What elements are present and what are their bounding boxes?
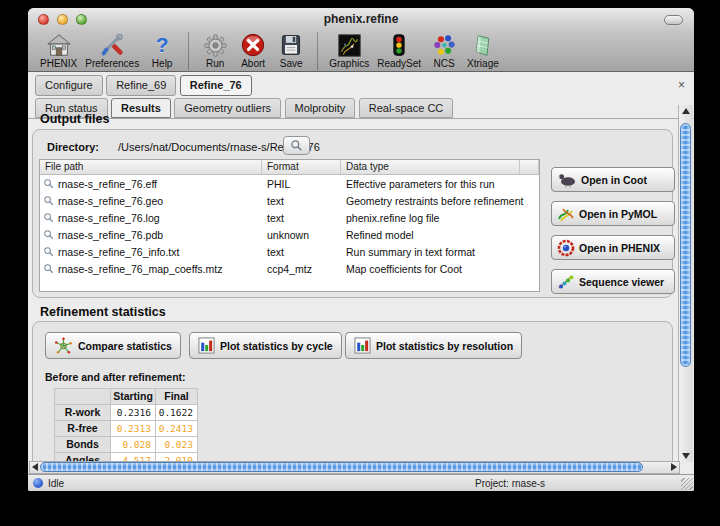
table-row[interactable]: rnase-s_refine_76.log text phenix.refine… bbox=[40, 209, 539, 226]
refinement-statistics-panel: Compare statistics Plot statistics by cy… bbox=[32, 321, 673, 481]
bar-chart-icon bbox=[354, 337, 371, 354]
title-bar[interactable]: phenix.refine bbox=[28, 8, 694, 31]
toolbar-button-xtriage[interactable]: Xtriage bbox=[467, 32, 499, 69]
magnifier-icon bbox=[43, 212, 54, 223]
toolbar-button-readyset[interactable]: ReadySet bbox=[377, 32, 421, 69]
column-header-data-type[interactable]: Data type bbox=[341, 160, 520, 174]
xtriage-crystal-icon bbox=[468, 32, 498, 58]
vertical-scrollbar[interactable] bbox=[678, 105, 693, 462]
minimize-window-button[interactable] bbox=[57, 14, 68, 25]
magnifier-icon bbox=[43, 229, 54, 240]
file-path: rnase-s_refine_76.pdb bbox=[58, 229, 163, 241]
toolbar-toggle-button[interactable] bbox=[664, 15, 683, 25]
toolbar-label: NCS bbox=[434, 58, 455, 69]
open-in-phenix-button[interactable]: Open in PHENIX bbox=[551, 235, 675, 260]
table-row[interactable]: rnase-s_refine_76_info.txt text Run summ… bbox=[40, 243, 539, 260]
button-label: Plot statistics by resolution bbox=[376, 340, 513, 352]
magnifier-icon bbox=[43, 246, 54, 257]
browse-directory-button[interactable] bbox=[283, 136, 310, 155]
stats-header-final: Final bbox=[156, 389, 198, 405]
toolbar-button-phenix[interactable]: PHENIX bbox=[40, 32, 77, 69]
vertical-scrollbar-thumb[interactable] bbox=[680, 123, 691, 367]
toolbar-separator bbox=[188, 32, 189, 70]
toolbar-label: Help bbox=[152, 58, 173, 69]
column-header-format[interactable]: Format bbox=[262, 160, 341, 174]
subtab-results[interactable]: Results bbox=[111, 98, 171, 118]
resize-grip[interactable] bbox=[681, 478, 693, 490]
tools-icon bbox=[97, 32, 127, 58]
stats-row-label: Bonds bbox=[55, 437, 111, 453]
file-path: rnase-s_refine_76_info.txt bbox=[58, 246, 179, 258]
file-format: ccp4_mtz bbox=[262, 263, 341, 275]
sequence-chain-icon bbox=[557, 274, 575, 290]
gear-icon bbox=[200, 32, 230, 58]
table-row[interactable]: rnase-s_refine_76.pdb unknown Refined mo… bbox=[40, 226, 539, 243]
sequence-viewer-button[interactable]: Sequence viewer bbox=[551, 269, 675, 294]
scroll-left-arrow-icon[interactable] bbox=[32, 463, 38, 471]
scroll-down-arrow-icon[interactable] bbox=[682, 453, 690, 459]
zoom-window-button[interactable] bbox=[76, 14, 87, 25]
open-in-coot-button[interactable]: Open in Coot bbox=[551, 167, 675, 192]
traffic-light-icon bbox=[384, 32, 414, 58]
project-label: Project: rnase-s bbox=[475, 478, 545, 489]
scroll-right-arrow-icon[interactable] bbox=[671, 463, 677, 471]
app-window: phenix.refine PHENIX Preferences ? Help … bbox=[28, 8, 694, 491]
subtab-bar: Run status Results Geometry outliers Mol… bbox=[28, 98, 694, 119]
toolbar-button-graphics[interactable]: Graphics bbox=[329, 32, 369, 69]
before-after-label: Before and after refinement: bbox=[45, 371, 186, 383]
stats-value-starting: 0.028 bbox=[111, 437, 156, 453]
stats-value-final: 0.2413 bbox=[156, 421, 198, 437]
file-data-type: Run summary in text format bbox=[341, 246, 539, 258]
compare-statistics-button[interactable]: Compare statistics bbox=[45, 332, 181, 359]
toolbar-label: Save bbox=[280, 58, 303, 69]
graphics-icon bbox=[334, 32, 364, 58]
toolbar-label: Preferences bbox=[85, 58, 139, 69]
column-header-blank bbox=[520, 160, 539, 174]
button-label: Plot statistics by cycle bbox=[220, 340, 333, 352]
column-header-file-path[interactable]: File path bbox=[40, 160, 262, 174]
coot-bird-icon bbox=[557, 172, 577, 188]
table-row[interactable]: rnase-s_refine_76_map_coeffs.mtz ccp4_mt… bbox=[40, 260, 539, 277]
close-tab-icon[interactable]: × bbox=[678, 79, 685, 91]
close-window-button[interactable] bbox=[38, 14, 49, 25]
toolbar-label: ReadySet bbox=[377, 58, 421, 69]
tab-refine-76[interactable]: Refine_76 bbox=[180, 75, 252, 96]
stats-header-blank bbox=[55, 389, 111, 405]
file-data-type: phenix.refine log file bbox=[341, 212, 539, 224]
subtab-real-space-cc[interactable]: Real-space CC bbox=[359, 98, 454, 118]
subtab-geometry-outliers[interactable]: Geometry outliers bbox=[174, 98, 281, 118]
file-data-type: Effective parameters for this run bbox=[341, 178, 539, 190]
toolbar-button-ncs[interactable]: NCS bbox=[429, 32, 459, 69]
toolbar-button-save[interactable]: Save bbox=[276, 32, 306, 69]
toolbar-button-abort[interactable]: Abort bbox=[238, 32, 268, 69]
bar-chart-icon bbox=[198, 337, 215, 354]
subtab-molprobity[interactable]: Molprobity bbox=[285, 98, 356, 118]
table-row[interactable]: rnase-s_refine_76.geo text Geometry rest… bbox=[40, 192, 539, 209]
tab-configure[interactable]: Configure bbox=[35, 75, 103, 96]
home-icon bbox=[44, 32, 74, 58]
ncs-spheres-icon bbox=[429, 32, 459, 58]
status-text: Idle bbox=[48, 478, 64, 489]
open-in-pymol-button[interactable]: Open in PyMOL bbox=[551, 201, 675, 226]
horizontal-scrollbar-thumb[interactable] bbox=[40, 462, 643, 472]
molecule-network-icon bbox=[54, 337, 73, 355]
table-row[interactable]: rnase-s_refine_76.eff PHIL Effective par… bbox=[40, 175, 539, 192]
toolbar-button-run[interactable]: Run bbox=[200, 32, 230, 69]
toolbar: PHENIX Preferences ? Help Run Abort bbox=[28, 31, 694, 72]
tab-refine-69[interactable]: Refine_69 bbox=[106, 75, 176, 96]
stats-row-label: R-free bbox=[55, 421, 111, 437]
file-data-type: Geometry restraints before refinement bbox=[341, 195, 539, 207]
scroll-up-arrow-icon[interactable] bbox=[682, 108, 690, 114]
horizontal-scrollbar[interactable] bbox=[29, 461, 680, 474]
plot-statistics-by-resolution-button[interactable]: Plot statistics by resolution bbox=[345, 332, 522, 359]
stats-header-starting: Starting bbox=[111, 389, 156, 405]
file-format: unknown bbox=[262, 229, 341, 241]
file-data-type: Refined model bbox=[341, 229, 539, 241]
toolbar-button-help[interactable]: ? Help bbox=[147, 32, 177, 69]
plot-statistics-by-cycle-button[interactable]: Plot statistics by cycle bbox=[189, 332, 342, 359]
stats-value-final: 0.1622 bbox=[156, 405, 198, 421]
toolbar-button-preferences[interactable]: Preferences bbox=[85, 32, 139, 69]
output-files-heading: Output files bbox=[40, 112, 109, 126]
file-format: text bbox=[262, 246, 341, 258]
table-header[interactable]: File path Format Data type bbox=[40, 160, 539, 175]
